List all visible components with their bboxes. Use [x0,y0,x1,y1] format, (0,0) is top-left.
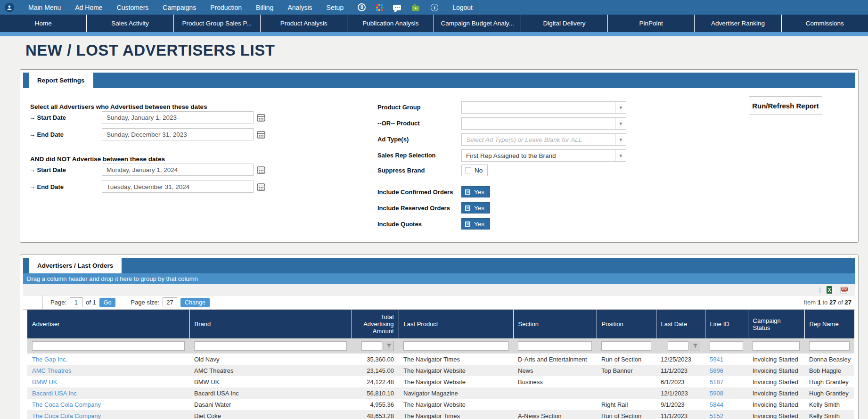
filter-input-amount[interactable] [361,341,382,351]
filter-funnel-icon[interactable] [690,341,700,351]
include-confirmed-label: Include Confirmed Orders [377,189,453,196]
checkbox-checked-icon [465,222,470,227]
cell-amount: 24,122.48 [352,376,399,387]
top-menu-bar: Main Menu Ad Home Customers Campaigns Pr… [0,0,868,15]
menu-main-menu[interactable]: Main Menu [28,4,61,11]
tab-commissions[interactable]: Commissions [782,15,868,32]
advertised-end-date-input[interactable]: Sunday, December 31, 2023 [102,128,254,140]
results-panel: Advertisers / Last Orders Drag a column … [20,255,859,419]
tab-product-group-sales[interactable]: Product Group Sales P... [174,15,261,32]
apps-grid-icon[interactable] [376,4,383,11]
line-id-link[interactable]: 5896 [710,367,723,374]
filter-input-brand[interactable] [194,341,347,351]
tab-report-settings[interactable]: Report Settings [29,73,93,88]
include-quotes-toggle[interactable]: Yes [461,218,490,230]
advertiser-link[interactable]: The Coca Cola Company [32,401,101,408]
chevron-down-icon: ▼ [615,118,626,129]
cell-last-product: Navigator Magazine [399,387,513,399]
include-reserved-toggle[interactable]: Yes [461,202,490,214]
menu-analysis[interactable]: Analysis [287,4,312,11]
svg-text:PDF: PDF [842,288,847,290]
line-id-link[interactable]: 5941 [710,356,723,363]
tab-pinpoint[interactable]: PinPoint [608,15,695,32]
tab-sales-activity[interactable]: Sales Activity [87,15,173,32]
filter-input-last-date[interactable] [668,341,688,351]
tab-advertiser-ranking[interactable]: Advertiser Ranking [695,15,781,32]
tab-campaign-budget-analysis[interactable]: Campaign Budget Analy... [434,15,521,32]
column-header-advertiser[interactable]: Advertiser [27,310,189,338]
change-button[interactable]: Change [180,298,210,307]
tab-advertisers-last-orders[interactable]: Advertisers / Last Orders [29,258,122,273]
filter-input-rep-name[interactable] [809,341,850,351]
tab-publication-analysis[interactable]: Publication Analysis [347,15,434,32]
column-header-total-advertising-amount[interactable]: Total Advertising Amount [352,310,399,338]
advertiser-link[interactable]: The Gap Inc. [32,356,67,363]
line-id-link[interactable]: 5844 [710,401,723,408]
column-header-last-date[interactable]: Last Date [656,310,705,338]
cell-brand: Diet Coke [189,410,352,419]
run-refresh-report-button[interactable]: Run/Refresh Report [749,96,822,115]
not-advertised-end-date-input[interactable]: Tuesday, December 31, 2024 [102,181,254,193]
line-id-link[interactable]: 5908 [710,390,723,397]
column-header-last-product[interactable]: Last Product [399,310,513,338]
calendar-icon[interactable] [257,166,265,174]
menu-customers[interactable]: Customers [117,4,149,11]
tab-digital-delivery[interactable]: Digital Delivery [521,15,608,32]
notification-badge-icon[interactable]: 8 [358,3,366,11]
filter-input-section[interactable] [518,341,592,351]
column-header-brand[interactable]: Brand [189,310,352,338]
calendar-icon[interactable] [257,114,265,122]
advertiser-link[interactable]: BMW UK [32,378,57,386]
filter-input-advertiser[interactable] [32,341,185,351]
column-header-position[interactable]: Position [597,310,656,338]
advertiser-link[interactable]: AMC Theatres [32,367,72,374]
cell-advertiser: BMW UK [27,376,189,387]
column-header-rep-name[interactable]: Rep Name [804,310,854,338]
tab-home[interactable]: Home [0,15,87,32]
sales-rep-select[interactable]: First Rep Assigned to the Brand ▼ [461,149,626,162]
export-excel-icon[interactable]: X [827,286,835,294]
line-id-link[interactable]: 5152 [710,412,723,419]
cell-last-date: 11/1/2023 [656,410,705,419]
go-button[interactable]: Go [99,298,116,307]
chat-icon[interactable] [393,5,401,10]
cell-section: D-Arts and Entertainment [513,353,597,365]
filter-input-position[interactable] [601,341,651,351]
column-header-campaign-status[interactable]: Campaign Status [748,310,804,338]
menu-setup[interactable]: Setup [327,4,344,11]
line-id-link[interactable]: 5187 [710,378,723,386]
menu-production[interactable]: Production [210,4,242,11]
page-number-input[interactable] [70,297,82,307]
calendar-icon[interactable] [257,131,265,139]
calendar-icon[interactable] [257,183,265,191]
advertiser-link[interactable]: The Coca Cola Company [32,412,101,419]
cell-campaign-status: Invoicing Started [748,410,804,419]
user-icon[interactable] [5,3,14,12]
export-pdf-icon[interactable]: PDF [840,286,849,294]
product-group-select[interactable]: ▼ [461,101,626,114]
table-row: The Coca Cola CompanyDiet Coke48,653.28T… [27,410,854,419]
menu-campaigns[interactable]: Campaigns [163,4,196,11]
menu-billing[interactable]: Billing [256,4,273,11]
ad-types-select[interactable]: Select Ad Type(s) or Leave Blank for ALL… [461,133,626,146]
include-confirmed-toggle[interactable]: Yes [461,186,490,197]
tab-product-analysis[interactable]: Product Analysis [261,15,347,32]
advertiser-link[interactable]: Bacardi USA Inc [32,390,77,397]
column-header-line-id[interactable]: Line ID [705,310,748,338]
filter-input-last-product[interactable] [403,341,508,351]
results-table-body: The Gap Inc.Old Navy35,360.00The Navigat… [27,353,854,419]
filter-funnel-icon[interactable] [384,341,394,351]
video-tutorials-icon[interactable] [411,4,420,11]
info-icon[interactable]: i [431,4,438,11]
page-size-input[interactable] [163,297,177,307]
cell-position: Run of Section [597,353,656,365]
product-select[interactable]: ▼ [461,117,626,130]
menu-ad-home[interactable]: Ad Home [75,4,102,11]
column-header-section[interactable]: Section [513,310,597,338]
menu-logout[interactable]: Logout [452,4,473,11]
suppress-brand-toggle[interactable]: No [461,164,488,176]
filter-input-campaign-status[interactable] [753,341,800,351]
filter-input-line-id[interactable] [710,341,743,351]
not-advertised-start-date-input[interactable]: Monday, January 1, 2024 [102,164,254,176]
advertised-start-date-input[interactable]: Sunday, January 1, 2023 [102,111,254,123]
